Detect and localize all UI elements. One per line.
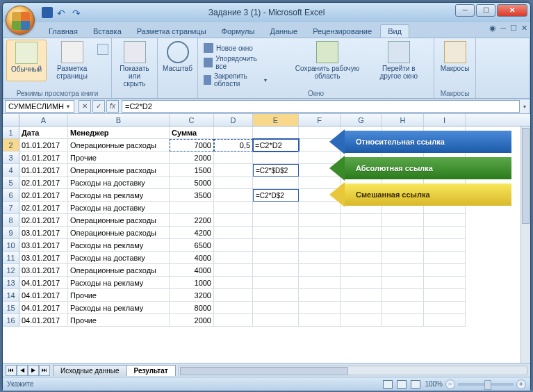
horizontal-scrollbar[interactable] <box>178 366 527 375</box>
cell-C12[interactable]: 4000 <box>170 264 214 277</box>
cell-D6[interactable] <box>214 189 253 202</box>
cell-G12[interactable] <box>341 264 382 277</box>
cell-G9[interactable] <box>341 227 382 239</box>
view-normal-icon[interactable] <box>383 380 393 389</box>
view-page-layout-button[interactable]: Разметка страницы <box>47 40 97 81</box>
row-header[interactable]: 12 <box>3 264 19 277</box>
save-icon[interactable] <box>42 7 53 18</box>
cell-A16[interactable]: 04.01.2017 <box>19 314 68 327</box>
cell-C1[interactable]: Сумма <box>170 126 214 139</box>
view-layout-icon[interactable] <box>397 380 407 389</box>
cell-H9[interactable] <box>382 227 424 239</box>
cell-B5[interactable]: Расходы на доставку <box>68 177 170 189</box>
cell-E6[interactable]: =C2*D$2 <box>253 189 299 202</box>
cell-A6[interactable]: 02.01.2017 <box>19 189 68 202</box>
cell-I12[interactable] <box>424 264 466 277</box>
arrange-button[interactable]: Упорядочить все <box>201 54 270 71</box>
zoom-in-button[interactable]: + <box>516 379 526 389</box>
cell-C15[interactable]: 8000 <box>170 302 214 314</box>
cell-F10[interactable] <box>299 239 341 252</box>
select-all-corner[interactable] <box>3 114 19 126</box>
row-header[interactable]: 16 <box>3 314 19 327</box>
row-header[interactable]: 1 <box>3 126 19 139</box>
worksheet-grid[interactable]: A B C D E F G H I 1ДатаМенеджерСумма201.… <box>3 114 530 363</box>
tab-view[interactable]: Вид <box>380 24 409 38</box>
cell-H8[interactable] <box>382 214 424 227</box>
cell-A7[interactable]: 02.01.2017 <box>19 202 68 214</box>
cell-C11[interactable]: 4000 <box>170 252 214 264</box>
save-workspace-button[interactable]: Сохранить рабочую область <box>288 40 366 88</box>
cell-D1[interactable] <box>214 126 253 139</box>
col-header-A[interactable]: A <box>19 114 68 126</box>
cell-D11[interactable] <box>214 252 253 264</box>
cell-E16[interactable] <box>253 314 299 327</box>
cell-B4[interactable]: Операционные расходы <box>68 164 170 177</box>
cell-F15[interactable] <box>299 302 341 314</box>
col-header-C[interactable]: C <box>170 114 214 126</box>
col-header-D[interactable]: D <box>214 114 253 126</box>
row-header[interactable]: 7 <box>3 202 19 214</box>
zoom-out-button[interactable]: − <box>445 379 455 389</box>
cell-A11[interactable]: 03.01.2017 <box>19 252 68 264</box>
row-header[interactable]: 6 <box>3 189 19 202</box>
tab-data[interactable]: Данные <box>263 25 304 38</box>
cell-E7[interactable] <box>253 202 299 214</box>
cell-B8[interactable]: Операционные расходы <box>68 214 170 227</box>
formula-input[interactable] <box>122 100 520 113</box>
cell-D16[interactable] <box>214 314 253 327</box>
cell-B12[interactable]: Операционные расходы <box>68 264 170 277</box>
col-header-I[interactable]: I <box>424 114 466 126</box>
col-header-H[interactable]: H <box>382 114 424 126</box>
cell-C10[interactable]: 6500 <box>170 239 214 252</box>
cell-G11[interactable] <box>341 252 382 264</box>
cell-D13[interactable] <box>214 277 253 289</box>
col-header-G[interactable]: G <box>341 114 382 126</box>
row-header[interactable]: 15 <box>3 302 19 314</box>
cell-H14[interactable] <box>382 289 424 302</box>
sheet-nav-next[interactable]: ▶ <box>28 365 39 376</box>
cell-A1[interactable]: Дата <box>19 126 68 139</box>
cell-A5[interactable]: 02.01.2017 <box>19 177 68 189</box>
new-window-button[interactable]: Новое окно <box>201 42 270 54</box>
cell-D9[interactable] <box>214 227 253 239</box>
tab-home[interactable]: Главная <box>42 25 85 38</box>
view-break-icon[interactable] <box>411 380 420 389</box>
cancel-formula-button[interactable]: ✕ <box>79 100 91 113</box>
col-header-B[interactable]: B <box>68 114 170 126</box>
cell-C2[interactable]: 7000 <box>170 139 214 152</box>
office-button[interactable] <box>6 6 35 35</box>
cell-A12[interactable]: 03.01.2017 <box>19 264 68 277</box>
cell-B7[interactable]: Расходы на доставку <box>68 202 170 214</box>
cell-D4[interactable] <box>214 164 253 177</box>
cell-H12[interactable] <box>382 264 424 277</box>
undo-icon[interactable] <box>57 7 68 18</box>
name-box[interactable]: СУММЕСЛИМН▼ <box>5 100 74 113</box>
switch-window-button[interactable]: Перейти в другое окно <box>367 40 431 88</box>
cell-B6[interactable]: Расходы на рекламу <box>68 189 170 202</box>
cell-E8[interactable] <box>253 214 299 227</box>
restore-workbook-icon[interactable]: ☐ <box>510 24 517 33</box>
cell-E12[interactable] <box>253 264 299 277</box>
cell-C9[interactable]: 4200 <box>170 227 214 239</box>
fx-button[interactable]: fx <box>106 100 119 113</box>
cell-H13[interactable] <box>382 277 424 289</box>
cell-B3[interactable]: Прочие <box>68 152 170 164</box>
close-button[interactable]: ✕ <box>497 4 527 17</box>
sheet-nav-first[interactable]: ⏮ <box>6 365 17 376</box>
cell-B13[interactable]: Расходы на рекламу <box>68 277 170 289</box>
row-header[interactable]: 8 <box>3 214 19 227</box>
cell-B2[interactable]: Операционные расходы <box>68 139 170 152</box>
cell-H15[interactable] <box>382 302 424 314</box>
cell-F11[interactable] <box>299 252 341 264</box>
freeze-panes-button[interactable]: Закрепить области▾ <box>201 72 270 88</box>
cell-B15[interactable]: Расходы на рекламу <box>68 302 170 314</box>
cell-C16[interactable]: 2000 <box>170 314 214 327</box>
row-header[interactable]: 4 <box>3 164 19 177</box>
redo-icon[interactable] <box>72 7 83 18</box>
chevron-down-icon[interactable]: ▼ <box>65 104 71 110</box>
cell-C6[interactable]: 3500 <box>170 189 214 202</box>
cell-F16[interactable] <box>299 314 341 327</box>
cell-D14[interactable] <box>214 289 253 302</box>
cell-F14[interactable] <box>299 289 341 302</box>
cell-C4[interactable]: 1500 <box>170 164 214 177</box>
